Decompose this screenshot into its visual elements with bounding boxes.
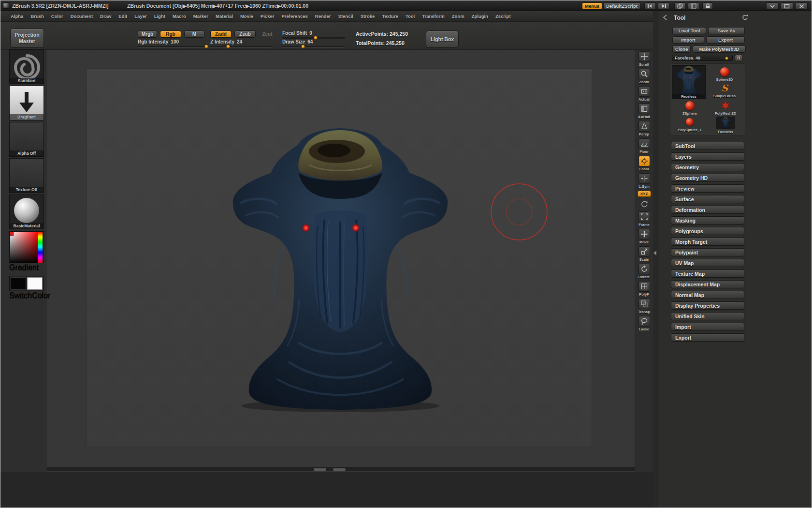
draw-size-handle[interactable] xyxy=(301,45,305,48)
right-shelf-actual[interactable]: Actual xyxy=(636,86,653,102)
menu-item[interactable]: Layer xyxy=(133,13,148,20)
menu-item[interactable]: Document xyxy=(69,13,94,20)
hscroll-handle-right[interactable] xyxy=(333,468,346,471)
close-icon[interactable] xyxy=(795,2,808,10)
z-intensity-handle[interactable] xyxy=(226,45,230,48)
switch-color[interactable]: SwitchColor xyxy=(9,276,45,300)
texture-selector[interactable]: Texture Off xyxy=(9,158,44,193)
right-shelf-polyf[interactable]: PolyF xyxy=(636,281,653,297)
light-box-button[interactable]: Light Box xyxy=(426,30,459,48)
tool-thumb-simplebrush[interactable]: S SimpleBrush xyxy=(706,82,743,98)
tool-section-row[interactable]: Texture Map xyxy=(671,269,744,278)
color-picker[interactable]: Gradient xyxy=(9,231,45,272)
mrgb-button[interactable]: Mrgb xyxy=(138,30,157,38)
tool-thumb-sphere3d[interactable]: Sphere3D xyxy=(706,65,743,82)
right-shelf-xyz[interactable]: XYZ xyxy=(636,191,653,197)
tool-section-row[interactable]: Unified Skin xyxy=(671,312,744,320)
rgb-intensity-handle[interactable] xyxy=(204,45,208,48)
tool-section-row[interactable]: Geometry xyxy=(671,163,744,171)
stroke-selector-dragrect[interactable]: DragRect xyxy=(9,86,44,120)
right-shelf-scroll[interactable]: Scroll xyxy=(636,51,653,67)
make-polymesh3d-button[interactable]: Make PolyMesh3D xyxy=(693,45,746,53)
right-shelf-axis-spin[interactable] xyxy=(636,199,653,209)
color-gradient-square[interactable] xyxy=(10,232,38,263)
alpha-selector[interactable]: Alpha Off xyxy=(9,122,44,157)
right-shelf-floor[interactable]: Floor xyxy=(636,138,653,154)
menu-item[interactable]: Stroke xyxy=(359,13,377,20)
menu-item[interactable]: Macro xyxy=(171,13,188,20)
secondary-color-swatch[interactable] xyxy=(27,277,43,290)
tool-section-row[interactable]: Preview xyxy=(671,184,744,193)
save-as-button[interactable]: Save As xyxy=(708,27,745,34)
tool-section-row[interactable]: Morph Target xyxy=(671,238,744,246)
tray-collapse-icon[interactable] xyxy=(653,251,656,255)
tool-thumb-polymesh3d[interactable]: PolyMesh3D xyxy=(708,99,743,116)
lock-icon[interactable] xyxy=(702,2,713,10)
main-color-swatch[interactable] xyxy=(11,277,26,290)
palette-restore-icon[interactable] xyxy=(741,14,748,21)
menu-item[interactable]: Draw xyxy=(99,13,113,20)
menu-item[interactable]: Preferences xyxy=(280,13,309,20)
hscroll-handle-left[interactable] xyxy=(314,468,326,471)
material-selector[interactable]: BasicMaterial xyxy=(9,194,44,229)
right-shelf-lsym[interactable]: L.Sym xyxy=(636,173,653,189)
tool-section-row[interactable]: UV Map xyxy=(671,259,744,267)
tool-thumb-faceless[interactable]: Faceless xyxy=(708,116,743,134)
tool-section-row[interactable]: Display Properties xyxy=(671,301,744,310)
right-shelf-scale[interactable]: Scale xyxy=(636,246,653,262)
right-shelf-local[interactable]: Local xyxy=(636,156,653,171)
minimize-icon[interactable] xyxy=(766,2,779,10)
menu-item[interactable]: Picker xyxy=(259,13,276,20)
focal-shift-slider[interactable]: Focal Shift0 xyxy=(282,30,345,39)
zsub-button[interactable]: Zsub xyxy=(234,30,256,38)
menu-item[interactable]: Transform xyxy=(420,13,446,20)
m-button[interactable]: M xyxy=(184,30,204,38)
rgb-button[interactable]: Rgb xyxy=(160,30,181,38)
tool-section-row[interactable]: Surface xyxy=(671,195,744,203)
layout-icon[interactable] xyxy=(688,2,699,10)
menu-item[interactable]: Brush xyxy=(29,13,45,20)
menu-item[interactable]: Material xyxy=(214,13,234,20)
tool-section-row[interactable]: Import xyxy=(671,323,744,331)
tool-section-row[interactable]: SubTool xyxy=(671,142,744,150)
r-button[interactable]: R xyxy=(735,55,743,61)
right-shelf-persp[interactable]: Persp xyxy=(636,121,653,136)
menu-item[interactable]: Texture xyxy=(380,13,400,20)
tool-section-row[interactable]: Export xyxy=(671,333,744,342)
right-shelf-frame[interactable]: Frame xyxy=(636,211,653,227)
load-tool-button[interactable]: Load Tool xyxy=(672,27,706,34)
menu-item[interactable]: Render xyxy=(314,13,333,20)
tool-thumb-zsphere[interactable]: ZSphere xyxy=(672,99,708,116)
tool-section-row[interactable]: Geometry HD xyxy=(671,174,744,182)
tool-thumb-polysphere[interactable]: PolySphere_1 xyxy=(672,116,708,134)
brush-selector-standard[interactable]: Standard xyxy=(9,49,44,84)
tool-section-row[interactable]: Layers xyxy=(671,152,744,161)
menu-item[interactable]: Zplugin xyxy=(470,13,490,20)
right-shelf-rotate[interactable]: Rotate xyxy=(636,264,653,279)
menu-item[interactable]: Zoom xyxy=(450,13,466,20)
import-button[interactable]: Import xyxy=(672,36,704,44)
horizontal-scrollbar[interactable] xyxy=(47,467,635,471)
hue-strip[interactable] xyxy=(38,232,43,263)
menu-item[interactable]: Alpha xyxy=(9,13,25,20)
menu-item[interactable]: Color xyxy=(50,13,65,20)
restore-icon[interactable] xyxy=(781,2,793,10)
right-shelf-aahalf[interactable]: AAHalf xyxy=(636,104,653,119)
menu-item[interactable]: Light xyxy=(153,13,167,20)
tool-item-slider[interactable]: Faceless. 49 xyxy=(672,55,733,61)
draw-size-slider[interactable]: Draw Size64 xyxy=(282,39,345,47)
tool-section-row[interactable]: Normal Map xyxy=(671,291,744,299)
right-shelf-transp[interactable]: Transp xyxy=(636,299,653,314)
tool-item-slider-handle[interactable] xyxy=(725,57,728,60)
menus-button[interactable]: Menus xyxy=(582,2,602,10)
zadd-button[interactable]: Zadd xyxy=(210,30,232,38)
copy-config-icon[interactable] xyxy=(674,2,686,10)
projection-master-button[interactable]: Projection Master xyxy=(10,29,44,48)
menu-item[interactable]: Movie xyxy=(239,13,255,20)
menu-item[interactable]: Stencil xyxy=(337,13,355,20)
prev-interface-icon[interactable] xyxy=(644,2,656,10)
tool-thumb-faceless-selected[interactable]: Faceless xyxy=(672,65,706,99)
right-shelf-zoom[interactable]: Zoom xyxy=(636,69,653,84)
tool-section-row[interactable]: Polypaint xyxy=(671,248,744,256)
clone-button[interactable]: Clone xyxy=(672,45,691,53)
